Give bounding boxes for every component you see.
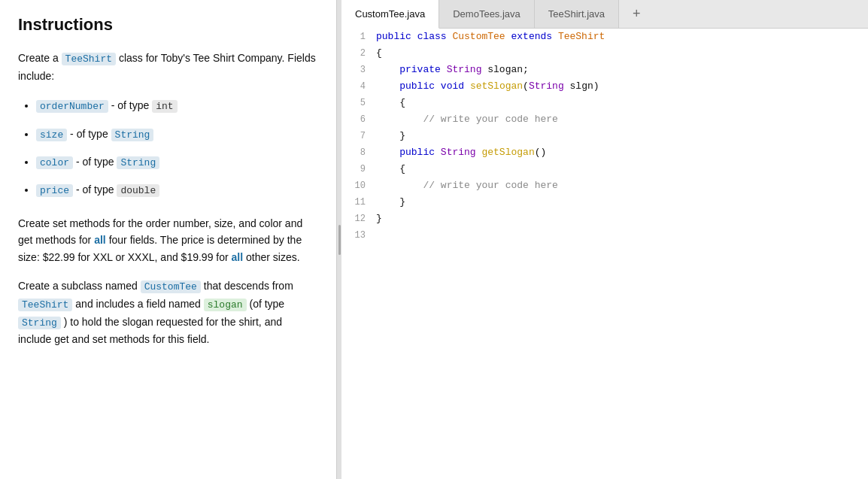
field-type-1: int (152, 100, 177, 113)
code-line-7: 7 } (341, 128, 868, 144)
tab-label-demotees: DemoTees.java (453, 8, 520, 20)
code-line-3: 3 private String slogan; (341, 62, 868, 78)
list-item: price - of type double (36, 180, 318, 199)
code-line-8: 8 public String getSlogan() (341, 144, 868, 161)
code-line-12: 12 } (341, 211, 868, 227)
code-editor[interactable]: 1 public class CustomTee extends TeeShir… (341, 29, 868, 479)
code-line-10: 10 // write your code here (341, 177, 868, 194)
tab-label-customtee: CustomTee.java (355, 8, 425, 20)
field-type-2: String (111, 129, 154, 141)
code-line-11: 11 } (341, 194, 868, 211)
string-code: String (18, 317, 61, 329)
tab-label-teeshirt: TeeShirt.java (548, 8, 605, 20)
field-name-2: size (36, 129, 67, 141)
teeshirt-code-2: TeeShirt (18, 299, 72, 311)
tab-customtee[interactable]: CustomTee.java (341, 0, 439, 29)
field-name-1: orderNumber (36, 100, 108, 113)
paragraph-3: Create a subclass named CustomTee that d… (18, 277, 318, 348)
tabs-bar: CustomTee.java DemoTees.java TeeShirt.ja… (341, 0, 868, 29)
panel-title: Instructions (18, 15, 318, 35)
field-name-4: price (36, 184, 73, 197)
list-item: color - of type String (36, 153, 318, 171)
tab-add-icon: + (633, 6, 641, 22)
code-line-4: 4 public void setSlogan(String slgn) (341, 78, 868, 95)
code-line-2: 2 { (341, 45, 868, 62)
divider-handle (338, 225, 341, 255)
tab-demotees[interactable]: DemoTees.java (439, 0, 535, 28)
code-line-13: 13 (341, 227, 868, 244)
field-type-3: String (117, 156, 159, 169)
intro-text: Create a (18, 52, 62, 64)
field-name-3: color (36, 156, 73, 169)
tab-teeshirt[interactable]: TeeShirt.java (535, 0, 619, 28)
slogan-code: slogan (204, 299, 247, 311)
list-item: orderNumber - of type int (36, 96, 318, 115)
code-line-5: 5 { (341, 95, 868, 111)
fields-list: orderNumber - of type int size - of type… (36, 96, 318, 200)
list-item: size - of type String (36, 125, 318, 144)
code-line-1: 1 public class CustomTee extends TeeShir… (341, 29, 868, 45)
customtee-code: CustomTee (141, 280, 201, 293)
code-line-6: 6 // write your code here (341, 111, 868, 128)
intro-paragraph: Create a TeeShirt class for Toby's Tee S… (18, 50, 318, 84)
field-type-4: double (117, 184, 159, 197)
instructions-panel: Instructions Create a TeeShirt class for… (0, 0, 337, 479)
teeshirt-code: TeeShirt (62, 53, 116, 65)
code-line-9: 9 { (341, 161, 868, 177)
code-panel: CustomTee.java DemoTees.java TeeShirt.ja… (341, 0, 868, 479)
tab-add-button[interactable]: + (622, 0, 651, 28)
paragraph-2: Create set methods for the order number,… (18, 215, 318, 265)
